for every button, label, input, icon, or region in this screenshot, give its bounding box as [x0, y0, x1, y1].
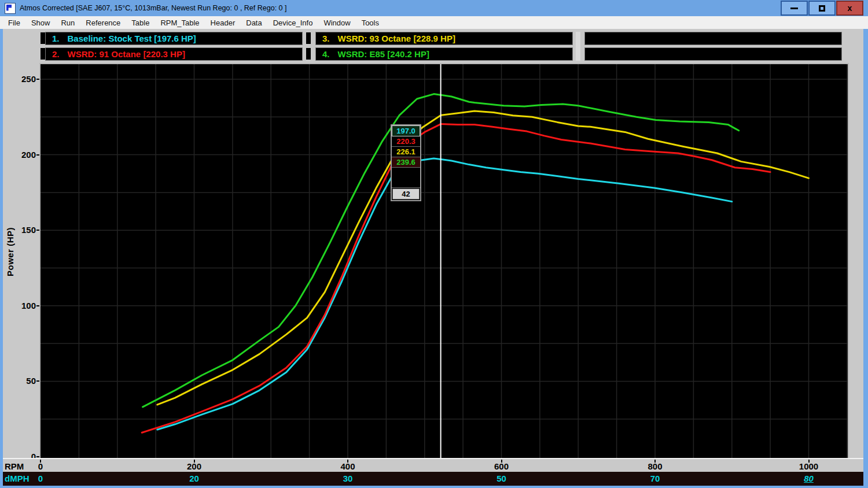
y-tick-150: 150 [9, 225, 36, 235]
window-border-left [0, 29, 3, 488]
rpm-tick-400: 400 [330, 461, 365, 471]
dmph-tick-0: 0 [23, 474, 58, 483]
menu-item-show[interactable]: Show [31, 19, 50, 27]
legend-grip[interactable] [306, 32, 311, 44]
menu-item-window[interactable]: Window [323, 19, 350, 27]
menu-item-rpm_table[interactable]: RPM_Table [160, 19, 199, 27]
dmph-tick-20: 20 [177, 474, 212, 483]
menu-item-file[interactable]: File [8, 19, 20, 27]
menu-item-table[interactable]: Table [131, 19, 149, 27]
legend-run-2[interactable]: 2. WSRD: 91 Octane [220.3 HP] [45, 47, 303, 61]
plot-area[interactable] [39, 63, 849, 459]
legend-run-1-label: Baseline: Stock Test [197.6 HP] [68, 34, 196, 43]
cursor-value-91octane: 220.3 [392, 136, 420, 147]
cursor-readout-box[interactable]: 197.0 220.3 226.1 239.6 42 [391, 124, 421, 201]
legend-run-4-number: 4. [322, 49, 330, 59]
menu-bar: FileShowRunReferenceTableRPM_TableHeader… [0, 16, 868, 29]
minimize-button[interactable] [781, 1, 808, 16]
rpm-tick-1000: 1000 [792, 461, 826, 471]
legend-grip[interactable] [576, 32, 580, 61]
title-bar[interactable]: Atmos Corrected [SAE J607, 15°C, 1013mBa… [0, 0, 868, 16]
dyno-chart[interactable] [41, 64, 848, 458]
menu-item-data[interactable]: Data [246, 19, 262, 27]
rpm-tick-0: 0 [23, 461, 58, 471]
legend-run-2-number: 2. [52, 49, 60, 59]
close-icon: x [848, 4, 852, 12]
rpm-tick-200: 200 [177, 461, 212, 471]
dmph-axis: dMPH 02030507080 [3, 472, 863, 486]
maximize-button[interactable] [808, 1, 836, 16]
cursor-value-e85: 239.6 [392, 157, 420, 168]
legend-grip[interactable] [41, 32, 45, 44]
legend-grip[interactable] [41, 48, 45, 60]
y-tick-100: 100 [9, 301, 36, 310]
gridlines [41, 64, 848, 458]
close-button[interactable]: x [836, 1, 863, 16]
legend-run-1[interactable]: 1. Baseline: Stock Test [197.6 HP] [45, 32, 303, 45]
dmph-tick-30: 30 [330, 474, 365, 483]
legend-run-2-label: WSRD: 91 Octane [220.3 HP] [68, 49, 185, 59]
legend-run-1-number: 1. [52, 34, 60, 43]
menu-item-device_info[interactable]: Device_Info [273, 19, 313, 27]
rpm-axis: RPM 02004006008001000 [3, 458, 863, 472]
app-window: Atmos Corrected [SAE J607, 15°C, 1013mBa… [0, 0, 868, 488]
legend-run-4[interactable]: 4. WSRD: E85 [240.2 HP] [315, 47, 573, 61]
legend-run-3-label: WSRD: 93 Octane [228.9 HP] [338, 34, 455, 43]
maximize-icon [819, 5, 825, 12]
legend-run-3[interactable]: 3. WSRD: 93 Octane [228.9 HP] [315, 32, 573, 45]
curve-2 [142, 124, 770, 433]
cursor-value-baseline: 197.0 [392, 125, 420, 136]
legend-grip[interactable] [306, 48, 311, 60]
cursor-value-empty [392, 168, 420, 188]
window-border-right [863, 29, 868, 488]
rpm-tick-800: 800 [638, 461, 672, 471]
window-border-bottom [0, 486, 868, 488]
dmph-tick-80[interactable]: 80 [792, 474, 826, 483]
menu-item-header[interactable]: Header [211, 19, 236, 27]
legend-run-3-number: 3. [322, 34, 330, 43]
cursor-dmph-value: 42 [392, 188, 420, 199]
legend-slot-empty-2[interactable] [584, 47, 842, 61]
rpm-tick-600: 600 [484, 461, 519, 471]
menu-item-reference[interactable]: Reference [86, 19, 120, 27]
rpm-axis-label: RPM [5, 461, 24, 471]
legend-run-4-label: WSRD: E85 [240.2 HP] [338, 49, 429, 59]
minimize-icon [790, 8, 798, 9]
y-tick-250: 250 [9, 74, 36, 84]
y-tick-200: 200 [9, 150, 36, 160]
cursor-value-93octane: 226.1 [392, 147, 420, 157]
dmph-tick-70: 70 [638, 474, 672, 483]
dmph-tick-50: 50 [484, 474, 519, 483]
menu-item-tools[interactable]: Tools [362, 19, 379, 27]
window-title: Atmos Corrected [SAE J607, 15°C, 1013mBa… [20, 4, 286, 12]
y-tick-50: 50 [9, 376, 36, 386]
app-icon [5, 3, 16, 14]
curve-1 [157, 158, 732, 430]
legend-slot-empty-1[interactable] [584, 32, 842, 45]
menu-item-run[interactable]: Run [61, 19, 75, 27]
